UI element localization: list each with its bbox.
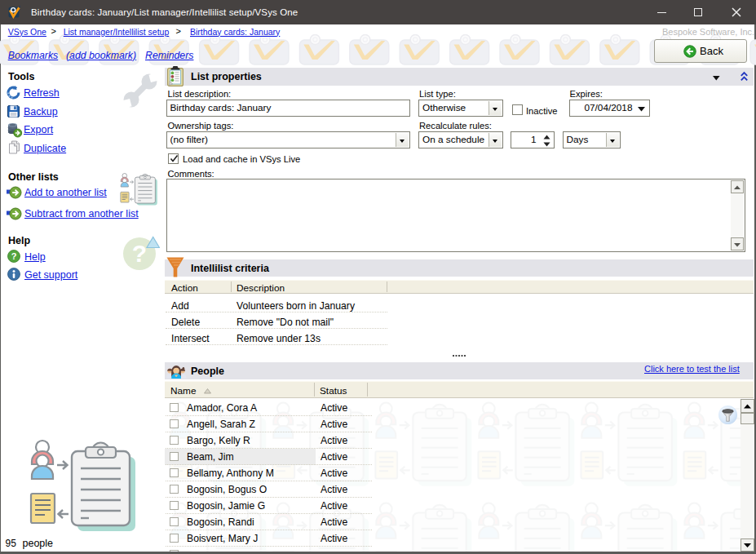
svg-text:?: ? <box>11 251 17 261</box>
svg-text:?: ? <box>132 240 147 267</box>
